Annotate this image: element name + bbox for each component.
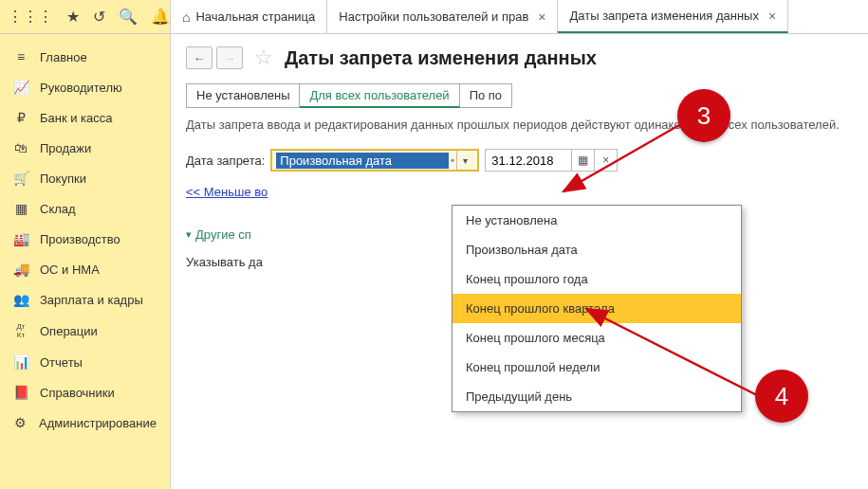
sidebar-icon: 👥 xyxy=(13,292,28,307)
bell-icon[interactable]: 🔔 xyxy=(151,8,170,26)
sidebar-label: Главное xyxy=(40,50,87,64)
page-title: Даты запрета изменения данных xyxy=(285,47,597,69)
nav-row: ← → ☆ Даты запрета изменения данных xyxy=(186,45,853,70)
sidebar-label: Администрирование xyxy=(39,416,157,430)
sidebar-item[interactable]: ₽Банк и касса xyxy=(0,102,170,133)
sidebar-label: Руководителю xyxy=(40,81,122,95)
sidebar-icon: 🛍 xyxy=(13,140,28,155)
tab[interactable]: ⌂Начальная страница xyxy=(171,0,327,33)
dropdown-option[interactable]: Не установлена xyxy=(452,206,741,235)
date-mode-combo[interactable]: Произвольная дата • ▾ xyxy=(270,149,479,172)
date-input[interactable] xyxy=(485,149,572,172)
sidebar-item[interactable]: ⚙Администрирование xyxy=(0,408,170,438)
close-icon[interactable]: × xyxy=(538,9,545,25)
sidebar-icon: 📈 xyxy=(13,80,28,95)
back-button[interactable]: ← xyxy=(186,46,212,69)
sidebar-item[interactable]: Дт КтОперации xyxy=(0,315,170,347)
sidebar-item[interactable]: ▦Склад xyxy=(0,193,170,224)
sidebar-icon: 📊 xyxy=(13,354,28,370)
sidebar-icon: ▦ xyxy=(13,201,28,216)
annotation-badge-3: 3 xyxy=(677,89,730,142)
date-box: ▦ × xyxy=(485,149,618,172)
dropdown-option[interactable]: Конец прошлой недели xyxy=(452,353,741,382)
sidebar-label: Банк и касса xyxy=(40,111,113,125)
sidebar-item[interactable]: 📊Отчеты xyxy=(0,347,170,377)
chevron-down-icon[interactable]: ▾ xyxy=(456,151,473,170)
sidebar-item[interactable]: 🏭Производство xyxy=(0,224,170,254)
calendar-icon[interactable]: ▦ xyxy=(572,149,595,172)
home-icon: ⌂ xyxy=(182,9,190,25)
clear-date-button[interactable]: × xyxy=(595,149,618,172)
mode-row: Не установленыДля всех пользователейПо п… xyxy=(186,83,853,108)
sidebar-item[interactable]: 👥Зарплата и кадры xyxy=(0,284,170,315)
sidebar-icon: ⚙ xyxy=(13,415,28,430)
tab-label: Настройки пользователей и прав xyxy=(339,9,528,24)
sidebar-icon: Дт Кт xyxy=(13,322,28,339)
tab[interactable]: Даты запрета изменения данных× xyxy=(558,0,788,33)
tab-label: Даты запрета изменения данных xyxy=(569,9,758,23)
sidebar-label: Отчеты xyxy=(40,355,83,370)
sidebar-icon: 📕 xyxy=(13,385,28,400)
sidebar-item[interactable]: 🛍Продажи xyxy=(0,133,170,163)
sidebar-icon: 🛒 xyxy=(13,171,28,186)
sidebar-label: Операции xyxy=(40,324,98,338)
sidebar-item[interactable]: 📕Справочники xyxy=(0,377,170,408)
mode-button[interactable]: Для всех пользователей xyxy=(300,83,459,108)
sidebar-label: ОС и НМА xyxy=(40,263,100,277)
sidebar-item[interactable]: 🚚ОС и НМА xyxy=(0,254,170,284)
sidebar-label: Справочники xyxy=(40,386,115,400)
sidebar-label: Склад xyxy=(40,202,76,216)
top-icon-strip: ⋮⋮⋮ ★ ↺ 🔍 🔔 xyxy=(0,0,171,33)
combo-value: Произвольная дата xyxy=(276,153,448,169)
dropdown-option[interactable]: Предыдущий день xyxy=(452,382,741,411)
dropdown-option[interactable]: Конец прошлого квартала xyxy=(452,294,741,323)
dropdown-option[interactable]: Конец прошлого месяца xyxy=(452,323,741,353)
date-mode-dropdown: Не установленаПроизвольная датаКонец про… xyxy=(452,205,742,412)
dropdown-option[interactable]: Конец прошлого года xyxy=(452,264,741,294)
sidebar-item[interactable]: 🛒Покупки xyxy=(0,163,170,193)
sidebar-icon: 🏭 xyxy=(13,231,28,246)
favorite-icon[interactable]: ☆ xyxy=(254,45,273,70)
sidebar-icon: ₽ xyxy=(13,110,28,125)
section-label: Другие сп xyxy=(195,227,251,242)
sidebar-icon: ≡ xyxy=(13,49,28,64)
history-icon[interactable]: ↺ xyxy=(93,8,105,26)
sidebar-item[interactable]: 📈Руководителю xyxy=(0,72,170,102)
sidebar-label: Покупки xyxy=(40,172,86,186)
description-text: Даты запрета ввода и редактирования данн… xyxy=(186,118,853,132)
tab[interactable]: Настройки пользователей и прав× xyxy=(327,0,558,33)
tab-label: Начальная страница xyxy=(195,9,315,24)
less-options-link[interactable]: << Меньше во xyxy=(186,185,268,199)
close-icon[interactable]: × xyxy=(768,9,776,24)
forward-button[interactable]: → xyxy=(216,46,243,69)
search-icon[interactable]: 🔍 xyxy=(119,8,138,26)
sidebar-icon: 🚚 xyxy=(13,262,28,277)
annotation-badge-4: 4 xyxy=(755,370,808,423)
field-row: Дата запрета: Произвольная дата • ▾ ▦ × xyxy=(186,149,853,172)
tabs-bar: ⌂Начальная страницаНастройки пользовател… xyxy=(171,0,868,33)
content: ← → ☆ Даты запрета изменения данных Не у… xyxy=(171,34,868,489)
mode-button[interactable]: По по xyxy=(460,83,512,108)
mode-button[interactable]: Не установлены xyxy=(186,83,300,108)
sidebar: ≡Главное📈Руководителю₽Банк и касса🛍Прода… xyxy=(0,34,171,489)
sidebar-label: Продажи xyxy=(40,141,91,155)
sidebar-label: Зарплата и кадры xyxy=(40,293,143,307)
star-icon[interactable]: ★ xyxy=(66,8,80,26)
dropdown-option[interactable]: Произвольная дата xyxy=(452,235,741,264)
combo-dot-icon: • xyxy=(449,154,457,168)
chevron-down-icon: ▾ xyxy=(186,228,192,241)
sidebar-item[interactable]: ≡Главное xyxy=(0,42,170,72)
apps-icon[interactable]: ⋮⋮⋮ xyxy=(8,8,53,26)
sidebar-label: Производство xyxy=(40,232,120,246)
field-label: Дата запрета: xyxy=(186,154,265,168)
